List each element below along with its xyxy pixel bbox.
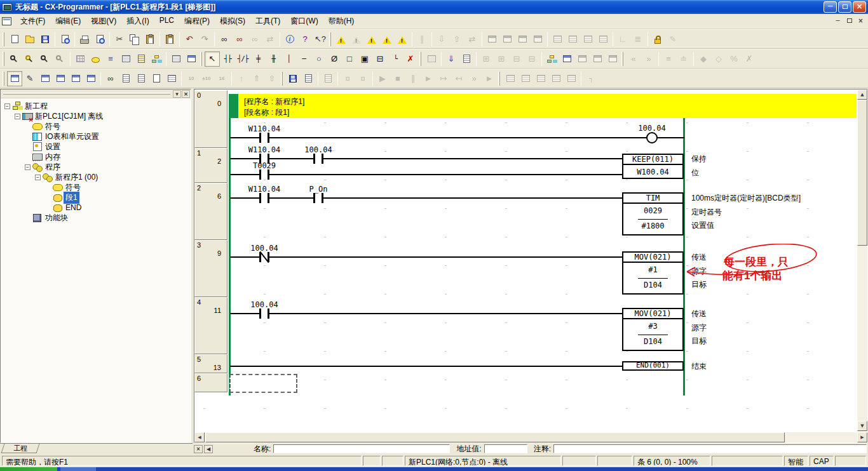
properties-button[interactable]: ✎ xyxy=(22,71,37,86)
instruction-operand[interactable]: W100.04 xyxy=(623,168,682,176)
toolbar-grip[interactable] xyxy=(200,52,202,66)
local-symbol-table-button[interactable] xyxy=(544,51,559,67)
save-button[interactable] xyxy=(37,32,53,47)
about-button[interactable] xyxy=(282,32,297,47)
tree-item-function-blocks[interactable]: 功能块 xyxy=(2,213,191,223)
rung-4-margin[interactable]: 411 xyxy=(194,297,227,354)
new-closed-or-contact-button[interactable]: ╫ xyxy=(266,51,281,67)
rung-5-margin[interactable]: 513 xyxy=(194,354,227,373)
page-setup-button[interactable] xyxy=(57,32,72,47)
menu-3[interactable]: 视图(V) xyxy=(86,13,121,29)
cut-button[interactable]: ✂ xyxy=(112,32,127,47)
menu-5[interactable]: PLC xyxy=(154,13,179,29)
tree-item-program-1[interactable]: −新程序1 (00) xyxy=(2,172,191,182)
toolbar-grip[interactable] xyxy=(3,52,4,66)
menu-2[interactable]: 编辑(E) xyxy=(50,13,86,29)
toolbar-grip[interactable] xyxy=(329,32,331,46)
new-horizontal-line-button[interactable]: ─ xyxy=(296,51,311,67)
online-edit-send-button[interactable] xyxy=(301,71,316,86)
rung-2-margin[interactable]: 26 xyxy=(194,183,227,240)
output-coil[interactable] xyxy=(646,132,658,143)
new-coil-button[interactable]: ○ xyxy=(311,51,327,67)
new-closed-contact-button[interactable]: ┤/├ xyxy=(235,51,250,67)
context-help-button[interactable]: ↖? xyxy=(313,32,328,47)
instruction-operand[interactable]: #1 xyxy=(623,265,682,274)
workspace-grip[interactable] xyxy=(3,93,170,95)
instruction-operand[interactable]: D104 xyxy=(623,281,682,289)
open-button[interactable] xyxy=(22,32,37,47)
delete-tool-button[interactable]: ✗ xyxy=(403,51,418,67)
online-edit-begin-button[interactable] xyxy=(285,71,301,86)
show-memory-view-button[interactable] xyxy=(164,71,179,86)
menu-7[interactable]: 模拟(S) xyxy=(215,13,250,29)
show-annotation-list-button[interactable]: ≡ xyxy=(103,51,118,67)
new-line-connect-button[interactable]: └ xyxy=(388,51,403,67)
cascade-windows-button[interactable] xyxy=(53,71,68,86)
scroll-up-button[interactable]: ▲ xyxy=(857,90,867,100)
transfer-check-button[interactable] xyxy=(395,32,410,47)
instruction-operand[interactable]: 0029 xyxy=(623,206,682,215)
window-previous-button[interactable] xyxy=(68,71,83,86)
scroll-right-button[interactable]: ▶ xyxy=(857,432,867,442)
print-preview-button[interactable] xyxy=(92,32,107,47)
new-closed-coil-button[interactable]: Ø xyxy=(327,51,342,67)
new-contact-button[interactable]: ┤├ xyxy=(220,51,235,67)
zoom-out-button[interactable] xyxy=(37,51,53,67)
find-replace-button[interactable]: ∞ xyxy=(232,32,247,47)
contact-W110-04[interactable]: W110.04 xyxy=(236,185,293,194)
show-output-window-button[interactable] xyxy=(118,71,133,86)
ladder-window-icon[interactable] xyxy=(2,17,11,25)
instruction-tim[interactable]: TIM0029#1800 xyxy=(622,192,684,236)
menu-9[interactable]: 窗口(W) xyxy=(285,13,323,29)
coil-100-04[interactable]: 100.04 xyxy=(623,124,681,133)
vertical-scrollbar[interactable]: ▲ ▼ xyxy=(857,90,867,432)
instruction-mov-021-[interactable]: MOV(021)#1D104 xyxy=(622,251,684,295)
undo-button[interactable]: ↶ xyxy=(182,32,197,47)
address-field[interactable] xyxy=(484,444,527,453)
operand-bar-close-button[interactable]: × xyxy=(194,445,203,453)
new-vertical-line-button[interactable]: │ xyxy=(281,51,296,67)
instruction-mov-021-[interactable]: MOV(021)#3D104 xyxy=(622,308,684,351)
project-tab[interactable]: 工程 xyxy=(1,444,40,453)
window-options-button[interactable] xyxy=(83,71,98,86)
contact-100-04[interactable]: 100.04 xyxy=(236,244,293,253)
tree-item-section-end[interactable]: END xyxy=(2,202,191,213)
show-symbol-bar-button[interactable] xyxy=(168,51,184,67)
show-watch-window-button[interactable] xyxy=(133,71,149,86)
rung-1-margin[interactable]: 12 xyxy=(194,148,227,183)
contact-100-04[interactable]: 100.04 xyxy=(236,300,293,309)
mdi-restore-button[interactable] xyxy=(844,17,855,26)
menu-10[interactable]: 帮助(H) xyxy=(323,13,360,29)
paste-attribute-button[interactable] xyxy=(162,32,177,47)
instruction-operand[interactable]: D104 xyxy=(623,337,682,346)
comment-field[interactable] xyxy=(553,444,867,453)
expand-collapse-icon[interactable]: − xyxy=(15,114,20,119)
menu-4[interactable]: 插入(I) xyxy=(121,13,154,29)
tree-item-settings[interactable]: 设置 xyxy=(2,142,191,152)
tree-item-plc-device[interactable]: −新PLC1[CJ1M] 离线 xyxy=(2,111,191,121)
horizontal-scroll-thumb[interactable] xyxy=(205,432,785,442)
new-button[interactable] xyxy=(7,32,22,47)
compile-button[interactable] xyxy=(334,32,349,47)
tree-item-section-1[interactable]: 段1 xyxy=(2,192,191,202)
copy-button[interactable] xyxy=(127,32,142,47)
show-cross-reference-report-button[interactable] xyxy=(149,71,164,86)
close-button[interactable]: × xyxy=(853,1,866,13)
tree-item-program-symbols[interactable]: 符号 xyxy=(2,182,191,192)
instruction-operand[interactable]: #1800 xyxy=(623,222,682,230)
show-grid-button[interactable] xyxy=(72,51,88,67)
workspace-menu-button[interactable]: ▾ xyxy=(173,90,181,98)
show-rung-comments-button[interactable] xyxy=(88,51,103,67)
minimize-button[interactable]: ─ xyxy=(824,1,837,13)
contact-W110-04[interactable]: W110.04 xyxy=(236,124,293,133)
menu-1[interactable]: 文件(F) xyxy=(15,13,50,29)
toggle-project-workspace-button[interactable] xyxy=(7,71,22,86)
mdi-close-button[interactable]: × xyxy=(855,17,866,26)
tree-item-io-table[interactable]: IO表和单元设置 xyxy=(2,131,191,142)
zoom-in-button[interactable] xyxy=(7,51,22,67)
scroll-left-button[interactable]: ◀ xyxy=(194,432,205,442)
address-reference-tool-button[interactable] xyxy=(559,51,574,67)
workspace-close-button[interactable]: × xyxy=(182,90,190,98)
vertical-scroll-thumb[interactable] xyxy=(857,100,867,246)
toolbar-grip[interactable] xyxy=(281,72,283,86)
